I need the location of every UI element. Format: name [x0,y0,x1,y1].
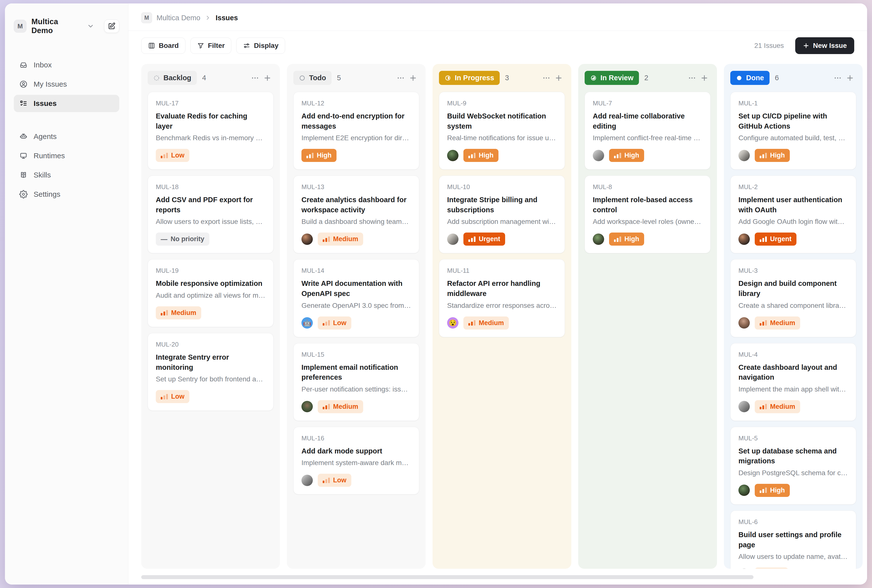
issue-card[interactable]: MUL-5 Set up database schema and migrati… [730,427,856,505]
priority-badge: Low [156,390,189,403]
issue-card[interactable]: MUL-20 Integrate Sentry error monitoring… [148,333,273,411]
workspace-avatar: M [14,20,26,33]
sidebar-item-runtimes[interactable]: Runtimes [14,147,119,164]
card-footer: Medium [302,232,411,246]
priority-badge: Urgent [464,232,505,246]
issue-card[interactable]: MUL-10 Integrate Stripe billing and subs… [439,176,565,253]
plus-icon [846,74,854,82]
priority-bars-icon [759,153,767,158]
issue-card[interactable]: MUL-12 Add end-to-end encryption for mes… [293,92,419,170]
issue-card[interactable]: MUL-4 Create dashboard layout and naviga… [730,343,856,421]
issue-card[interactable]: MUL-16 Add dark mode support Implement s… [293,427,419,495]
priority-label: High [479,152,494,159]
board-view-button[interactable]: Board [141,38,185,54]
column-cards: MUL-1 Set up CI/CD pipeline with GitHub … [730,92,856,569]
issue-card[interactable]: MUL-14 Write API documentation with Open… [293,259,419,337]
filter-funnel-icon [197,42,204,50]
card-footer: High [593,149,702,162]
card-description: Design PostgreSQL schema for core… [738,469,848,477]
issue-card[interactable]: MUL-18 Add CSV and PDF export for report… [148,176,273,253]
breadcrumb-workspace[interactable]: Multica Demo [156,14,200,22]
workspace-switcher[interactable]: M Multica Demo [14,17,119,35]
chevron-down-icon [87,22,94,30]
column-header: Done 6 [730,71,856,85]
user-icon [19,80,28,88]
priority-badge: Low [156,149,189,162]
priority-bars-icon [468,153,476,158]
issue-card[interactable]: MUL-8 Implement role-based access contro… [585,176,710,253]
column-menu-button[interactable] [395,72,407,84]
card-title: Evaluate Redis for caching layer [156,111,266,131]
column-menu-button[interactable] [831,72,844,84]
priority-label: Urgent [770,235,791,243]
column-add-button[interactable] [261,72,273,84]
card-title: Integrate Stripe billing and subscriptio… [447,195,557,215]
card-description: Build a dashboard showing team… [302,218,411,226]
sidebar-nav-secondary: AgentsRuntimesSkillsSettings [14,128,119,203]
priority-badge: High [609,232,644,246]
issue-card[interactable]: MUL-11 Refactor API error handling middl… [439,259,565,337]
issue-card[interactable]: MUL-19 Mobile responsive optimization Au… [148,259,273,327]
priority-bars-icon [614,153,621,158]
avatar [302,234,313,245]
sidebar-item-skills[interactable]: Skills [14,166,119,184]
issue-card[interactable]: MUL-17 Evaluate Redis for caching layer … [148,92,273,170]
plus-icon [554,74,563,82]
column-add-button[interactable] [698,72,710,84]
card-footer: Low [156,390,266,403]
new-issue-label: New Issue [813,42,847,50]
ellipsis-icon [251,74,259,82]
card-footer: — No priority [156,232,266,246]
sidebar-item-agents[interactable]: Agents [14,128,119,145]
priority-badge: Medium [464,316,509,330]
card-footer: Medium [156,306,266,320]
sidebar-nav: InboxMy IssuesIssues AgentsRuntimesSkill… [14,56,119,203]
priority-label: No priority [171,235,204,243]
avatar [738,568,750,569]
column-menu-button[interactable] [686,72,698,84]
sidebar-item-settings[interactable]: Settings [14,186,119,203]
card-description: Configure automated build, test, and… [738,134,848,142]
column-add-button[interactable] [552,72,565,84]
card-title: Build WebSocket notification system [447,111,557,131]
horizontal-scrollbar[interactable] [141,575,753,579]
issue-card[interactable]: MUL-7 Add real-time collaborative editin… [585,92,710,170]
circle-outline-icon [299,75,306,81]
new-issue-button[interactable]: New Issue [795,37,854,54]
board-column-inprogress: In Progress 3 MUL-9 Build WebSocket noti… [432,64,571,569]
issue-card[interactable]: MUL-2 Implement user authentication with… [730,176,856,253]
issue-card[interactable]: MUL-9 Build WebSocket notification syste… [439,92,565,170]
card-description: Per-user notification settings: issue… [302,386,411,393]
priority-label: Low [333,319,347,327]
sidebar-item-inbox[interactable]: Inbox [14,56,119,74]
column-menu-button[interactable] [249,72,261,84]
card-id: MUL-19 [156,267,266,274]
issue-card[interactable]: MUL-13 Create analytics dashboard for wo… [293,176,419,253]
column-add-button[interactable] [844,72,856,84]
card-id: MUL-13 [302,183,411,191]
issue-card[interactable]: MUL-6 Build user settings and profile pa… [730,510,856,569]
sidebar-item-label: Agents [34,132,57,141]
filter-button[interactable]: Filter [191,38,231,54]
priority-bars-icon [323,320,330,326]
card-title: Add end-to-end encryption for messages [302,111,411,131]
column-count: 5 [337,74,341,82]
sidebar-item-my-issues[interactable]: My Issues [14,75,119,93]
sidebar-nav-primary: InboxMy IssuesIssues [14,56,119,112]
sidebar-item-issues[interactable]: Issues [14,95,119,112]
priority-label: Low [171,152,185,159]
card-title: Integrate Sentry error monitoring [156,352,266,372]
column-add-button[interactable] [407,72,419,84]
display-button[interactable]: Display [236,38,285,54]
issue-card[interactable]: MUL-15 Implement email notification pref… [293,343,419,421]
priority-label: Medium [333,403,358,411]
column-cards: MUL-7 Add real-time collaborative editin… [585,92,710,253]
priority-label: Medium [171,309,196,317]
ellipsis-icon [396,74,405,82]
issue-card[interactable]: MUL-1 Set up CI/CD pipeline with GitHub … [730,92,856,170]
card-footer: High [302,149,411,162]
issue-card[interactable]: MUL-3 Design and build component library… [730,259,856,337]
column-menu-button[interactable] [540,72,552,84]
column-header: Backlog 4 [148,71,273,85]
compose-button[interactable] [104,20,119,33]
